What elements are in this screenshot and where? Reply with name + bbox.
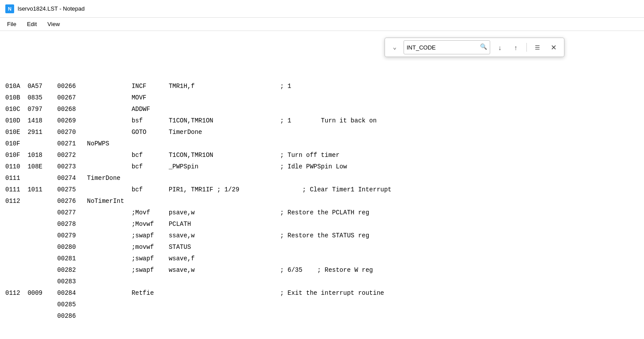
editor-area[interactable]: 010A 0A57 00266 INCF TMR1H,f ; 1010B 083… [0, 31, 644, 339]
find-close-button[interactable]: ✕ [547, 41, 560, 53]
find-next-button[interactable]: ↓ [494, 41, 506, 53]
table-row: 00281 ;swapf wsave,f [5, 253, 639, 264]
table-row: 0110 108E 00273 bcf _PWPSpin ; Idle PWPS… [5, 161, 639, 172]
table-row: 010F 1018 00272 bcf T1CON,TMR1ON ; Turn … [5, 149, 639, 161]
find-divider [526, 43, 527, 52]
table-row: 00279 ;swapf ssave,w ; Restore the STATU… [5, 230, 639, 241]
menu-view[interactable]: View [42, 19, 65, 29]
table-row: 0111 1011 00275 bcf PIR1, TMR1IF ; 1/29 … [5, 184, 639, 195]
find-options-button[interactable]: ☰ [531, 41, 544, 53]
menu-bar: File Edit View [0, 18, 644, 31]
table-row: 010E 2911 00270 GOTO TimerDone [5, 126, 639, 138]
table-row: 010D 1418 00269 bsf T1CON,TMR1ON ; 1 Tur… [5, 115, 639, 126]
find-input[interactable] [407, 44, 477, 51]
table-row: 010B 0835 00267 MOVF [5, 92, 639, 103]
menu-file[interactable]: File [2, 19, 22, 29]
table-row: 00277 ;Movf psave,w ; Restore the PCLATH… [5, 207, 639, 218]
table-row: 010F 00271 NoPWPS [5, 138, 639, 149]
table-row: 010A 0A57 00266 INCF TMR1H,f ; 1 [5, 80, 639, 92]
table-row: 00285 [5, 299, 639, 310]
window-title: lservo1824.LST - Notepad [18, 5, 85, 12]
table-row: 00278 ;Movwf PCLATH [5, 218, 639, 230]
table-row: 0112 0009 00284 Retfie ; Exit the interr… [5, 287, 639, 299]
table-row: 00280 ;movwf STATUS [5, 241, 639, 253]
table-row: 0112 00276 NoTimerInt [5, 195, 639, 207]
table-row: 00282 ;swapf wsave,w ; 6/35 ; Restore W … [5, 264, 639, 276]
table-row: 010C 0797 00268 ADDWF [5, 103, 639, 115]
find-toolbar: ⌄ 🔍 ↓ ↑ ☰ ✕ [385, 38, 564, 57]
find-input-wrapper: 🔍 [404, 40, 490, 54]
find-expand-icon[interactable]: ⌄ [389, 42, 400, 53]
table-row: 00286 [5, 310, 639, 322]
table-row: 00283 [5, 276, 639, 287]
table-row: 0111 00274 TimerDone [5, 172, 639, 184]
menu-edit[interactable]: Edit [22, 19, 42, 29]
find-prev-button[interactable]: ↑ [510, 41, 522, 53]
app-icon: N [5, 4, 14, 13]
title-bar: N lservo1824.LST - Notepad [0, 0, 644, 18]
find-search-icon: 🔍 [480, 42, 487, 53]
